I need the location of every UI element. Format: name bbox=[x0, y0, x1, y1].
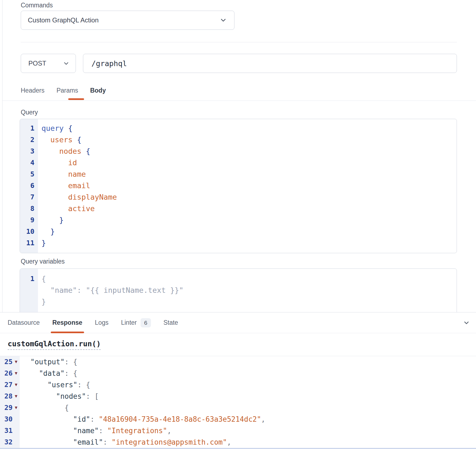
tab-state[interactable]: State bbox=[163, 312, 178, 333]
code-text: } bbox=[38, 214, 64, 226]
request-tabs: HeadersParamsBody bbox=[21, 87, 106, 94]
code-line[interactable]: 26▼ "data": { bbox=[0, 368, 476, 379]
code-token bbox=[22, 392, 56, 400]
code-line[interactable]: 29▼ { bbox=[0, 402, 476, 413]
code-token bbox=[73, 135, 77, 144]
code-line[interactable]: "name": "{{ inputName.text }}" bbox=[20, 285, 457, 296]
fold-toggle-icon[interactable]: ▼ bbox=[13, 368, 20, 379]
code-line[interactable]: 8 active bbox=[20, 203, 457, 214]
collapse-panel-chevron-icon[interactable] bbox=[463, 312, 470, 333]
commands-select-value: Custom GraphQL Action bbox=[28, 16, 219, 24]
fold-toggle-icon[interactable]: ▼ bbox=[13, 379, 20, 391]
code-text: "name": "{{ inputName.text }}" bbox=[38, 285, 183, 296]
line-number: 11 bbox=[20, 237, 38, 249]
tab-label: Response bbox=[52, 319, 82, 326]
code-line[interactable]: 10 } bbox=[20, 226, 457, 237]
fold-toggle-icon[interactable]: ▼ bbox=[13, 356, 20, 368]
line-number: 9 bbox=[20, 214, 38, 226]
response-json-viewer[interactable]: 25▼ "output": {26▼ "data": {27▼ "users":… bbox=[0, 356, 476, 449]
code-token bbox=[41, 147, 59, 155]
code-line[interactable]: } bbox=[20, 296, 457, 308]
code-text: "id": "48a16904-735a-4e18-8a8c-63a3e5214… bbox=[20, 413, 265, 425]
code-token: "data" bbox=[39, 369, 65, 377]
code-line[interactable]: 4 id bbox=[20, 157, 457, 169]
line-number: 5 bbox=[20, 169, 38, 180]
code-line[interactable]: 30 "id": "48a16904-735a-4e18-8a8c-63a3e5… bbox=[0, 413, 476, 425]
code-line[interactable]: 2 users { bbox=[20, 134, 457, 146]
url-input[interactable]: /graphql bbox=[83, 54, 457, 73]
code-token: { bbox=[86, 381, 90, 389]
code-token: } bbox=[41, 239, 46, 247]
code-token: : bbox=[65, 369, 73, 377]
tab-logs[interactable]: Logs bbox=[95, 312, 109, 333]
query-variables-editor[interactable]: 1{ "name": "{{ inputName.text }}"} bbox=[20, 268, 457, 312]
code-token: : bbox=[78, 381, 86, 389]
code-text: nodes { bbox=[38, 146, 90, 157]
line-number: 1 bbox=[20, 273, 38, 285]
code-token: { bbox=[41, 274, 46, 283]
line-number: 25 bbox=[0, 356, 13, 368]
code-line[interactable]: 7 displayName bbox=[20, 191, 457, 203]
code-token: id bbox=[68, 158, 77, 167]
tab-params[interactable]: Params bbox=[56, 87, 78, 94]
code-line[interactable]: 3 nodes { bbox=[20, 146, 457, 157]
tab-headers[interactable]: Headers bbox=[21, 87, 44, 94]
code-token: : bbox=[99, 427, 107, 435]
code-text: active bbox=[38, 203, 95, 214]
code-token: nodes bbox=[59, 147, 81, 155]
fold-spacer bbox=[13, 436, 20, 448]
line-number bbox=[20, 296, 38, 308]
query-variables-code: 1{ "name": "{{ inputName.text }}"} bbox=[20, 269, 457, 308]
tab-datasource[interactable]: Datasource bbox=[8, 312, 40, 333]
code-line[interactable]: 1query { bbox=[20, 123, 457, 134]
method-select[interactable]: POST bbox=[21, 54, 76, 73]
active-tab-underline bbox=[68, 98, 84, 100]
tab-body[interactable]: Body bbox=[90, 87, 106, 94]
code-line[interactable]: 1{ bbox=[20, 273, 457, 285]
code-token: query bbox=[41, 124, 68, 132]
code-text: users { bbox=[38, 134, 81, 146]
code-token bbox=[41, 181, 68, 190]
code-line[interactable]: 32 "email": "integrations@appsmith.com", bbox=[0, 436, 476, 448]
line-number: 10 bbox=[20, 226, 38, 237]
code-token bbox=[41, 158, 68, 167]
code-token: active bbox=[68, 204, 95, 213]
code-token: { bbox=[68, 124, 73, 132]
tab-linter[interactable]: Linter6 bbox=[121, 312, 151, 333]
code-token bbox=[22, 369, 39, 377]
code-line[interactable]: 27▼ "users": { bbox=[0, 379, 476, 391]
code-token: [ bbox=[94, 392, 99, 400]
code-line[interactable]: 28▼ "nodes": [ bbox=[0, 391, 476, 402]
tab-label: Datasource bbox=[8, 319, 40, 326]
code-line[interactable]: 5 name bbox=[20, 169, 457, 180]
code-token: { bbox=[86, 147, 90, 155]
code-line[interactable]: 6 email bbox=[20, 180, 457, 191]
line-number: 31 bbox=[0, 425, 13, 436]
code-text: "users": { bbox=[20, 379, 90, 391]
code-line[interactable]: 31 "name": "Integrations", bbox=[0, 425, 476, 436]
commands-select[interactable]: Custom GraphQL Action bbox=[21, 11, 234, 30]
request-pane: Commands Custom GraphQL Action POST /gra… bbox=[2, 0, 476, 312]
code-token: : bbox=[103, 438, 111, 446]
code-token bbox=[41, 204, 68, 213]
code-text: "email": "integrations@appsmith.com", bbox=[20, 436, 231, 448]
code-token: } bbox=[50, 227, 55, 236]
line-number: 6 bbox=[20, 180, 38, 191]
code-text: id bbox=[38, 157, 77, 169]
commands-label: Commands bbox=[21, 2, 53, 9]
chevron-down-icon bbox=[63, 60, 70, 67]
query-editor[interactable]: 1query {2 users {3 nodes {4 id5 name6 em… bbox=[20, 119, 457, 253]
graphql-action-editor: Commands Custom GraphQL Action POST /gra… bbox=[0, 0, 476, 449]
code-line[interactable]: 9 } bbox=[20, 214, 457, 226]
code-line[interactable]: 11} bbox=[20, 237, 457, 249]
fold-toggle-icon[interactable]: ▼ bbox=[13, 391, 20, 402]
line-number bbox=[20, 285, 38, 296]
code-token bbox=[22, 438, 73, 446]
code-token: { bbox=[77, 135, 81, 144]
line-number: 26 bbox=[0, 368, 13, 379]
fold-toggle-icon[interactable]: ▼ bbox=[13, 402, 20, 413]
code-text: } bbox=[38, 237, 46, 249]
code-line[interactable]: 25▼ "output": { bbox=[0, 356, 476, 368]
code-token: email bbox=[68, 181, 90, 190]
tab-response[interactable]: Response bbox=[52, 312, 82, 333]
